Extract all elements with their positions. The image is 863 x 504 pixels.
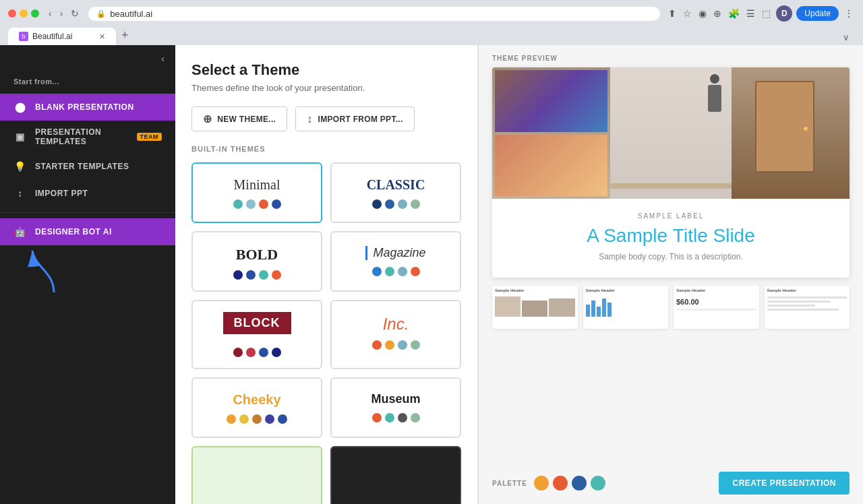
room-right [732, 67, 850, 199]
thumb-header-3: Sample Header [676, 288, 756, 292]
theme-dots-cheeky [227, 414, 287, 424]
dot [385, 340, 394, 350]
user-avatar[interactable]: D [776, 5, 792, 22]
menu-button[interactable]: ☰ [745, 7, 756, 20]
dot [246, 199, 256, 209]
theme-selector-panel: Select a Theme Themes define the look of… [175, 45, 479, 504]
theme-card-nature[interactable] [191, 446, 322, 504]
themes-grid: Minimal CLASSIC [191, 162, 461, 438]
preview-thumb-1[interactable]: Sample Header [492, 286, 578, 329]
thumb-list [767, 296, 847, 311]
palette-dot-3[interactable] [572, 476, 587, 491]
extension1-button[interactable]: ◉ [697, 7, 708, 20]
import-ppt-button[interactable]: ↕ IMPORT FROM PPT... [295, 106, 414, 131]
dot [233, 270, 243, 280]
thumb-images [495, 296, 575, 317]
more-options-button[interactable]: ⋮ [843, 7, 855, 20]
sidebar-item-templates[interactable]: ▣ PRESENTATION TEMPLATES TEAM [0, 121, 175, 153]
address-bar[interactable]: 🔒 beautiful.ai [88, 7, 660, 21]
dot [411, 340, 420, 350]
preview-spacer [479, 337, 863, 462]
theme-card-bold[interactable]: BOLD [191, 231, 322, 292]
update-button[interactable]: Update [796, 6, 839, 21]
collapse-icon: ‹ [161, 53, 165, 64]
close-button[interactable] [8, 9, 16, 18]
built-in-label: BUILT-IN THEMES [191, 145, 461, 153]
theme-card-cheeky[interactable]: Cheeky [191, 377, 322, 438]
back-button[interactable]: ‹ [46, 7, 55, 20]
sidebar-item-blank[interactable]: ⬤ BLANK PRESENTATION [0, 94, 175, 121]
maximize-button[interactable] [31, 9, 39, 18]
create-presentation-button[interactable]: CREATE PRESENTATION [719, 472, 850, 495]
palette-dot-1[interactable] [534, 476, 549, 491]
tab-title: Beautiful.ai [32, 32, 72, 41]
tab-favicon: b [19, 32, 28, 41]
bot-icon: 🤖 [13, 225, 27, 239]
preview-thumb-2[interactable]: Sample Header [583, 286, 669, 329]
dot [372, 413, 382, 422]
preview-thumb-4[interactable]: Sample Header [765, 286, 850, 329]
new-theme-button[interactable]: ⊕ NEW THEME... [191, 106, 287, 131]
new-tab-button[interactable]: + [116, 26, 134, 45]
dot [252, 414, 262, 424]
import-ppt-label: IMPORT FROM PPT... [318, 115, 403, 124]
person-silhouette [705, 74, 725, 121]
bookmark-button[interactable]: ☆ [682, 7, 693, 20]
extension2-button[interactable]: ⊕ [712, 7, 723, 20]
theme-card-museum[interactable]: Museum [330, 377, 461, 438]
palette-label: PALETTE [492, 480, 527, 487]
reload-button[interactable]: ↻ [68, 7, 82, 20]
theme-dots-magazine [372, 267, 420, 276]
theme-name-inc: Inc. [383, 315, 409, 334]
start-from-label: Start from... [0, 72, 175, 94]
thumb-header-1: Sample Header [495, 288, 575, 292]
dot [411, 199, 420, 209]
share-button[interactable]: ⬆ [667, 7, 678, 20]
theme-selector: Select a Theme Themes define the look of… [175, 45, 478, 504]
templates-icon: ▣ [13, 130, 27, 144]
palette-dot-2[interactable] [553, 476, 568, 491]
tab-scroll-button[interactable]: ∨ [837, 30, 855, 45]
arrow-indicator [20, 245, 88, 299]
theme-dots-classic [372, 199, 420, 209]
plus-icon: ⊕ [203, 113, 212, 125]
preview-title: A Sample Title Slide [512, 225, 829, 247]
extension3-button[interactable]: 🧩 [727, 7, 741, 20]
minimize-button[interactable] [20, 9, 28, 18]
forward-button[interactable]: › [57, 7, 66, 20]
sidebar-item-import[interactable]: ↕ IMPORT PPT [0, 180, 175, 207]
dot [278, 414, 287, 424]
theme-card-magazine[interactable]: Magazine [330, 231, 461, 292]
themes-grid-next [191, 446, 461, 504]
traffic-lights [8, 9, 39, 18]
theme-card-dark[interactable] [330, 446, 461, 504]
dot [411, 267, 420, 276]
theme-card-classic[interactable]: CLASSIC [330, 162, 461, 223]
theme-card-minimal[interactable]: Minimal [191, 162, 322, 223]
bar1 [586, 305, 590, 317]
preview-thumb-3[interactable]: Sample Header $60.00 [674, 286, 759, 329]
theme-card-inc[interactable]: Inc. [330, 300, 461, 369]
tab-close-button[interactable]: ✕ [99, 32, 105, 41]
dot [259, 270, 268, 280]
theme-card-block[interactable]: BLOCK [191, 300, 322, 369]
title-highlight: Title Slide [673, 225, 755, 246]
browser-chrome: ‹ › ↻ 🔒 beautiful.ai ⬆ ☆ ◉ ⊕ 🧩 ☰ ⬚ D Upd… [0, 0, 863, 45]
starter-icon: 💡 [13, 160, 27, 173]
sidebar-toggle[interactable]: ⬚ [761, 7, 772, 20]
sidebar-item-starter[interactable]: 💡 STARTER TEMPLATES [0, 153, 175, 180]
preview-label: THEME PREVIEW [479, 45, 863, 67]
sidebar-item-designer-bot[interactable]: 🤖 DESIGNER BOT AI [0, 218, 175, 245]
palette-section: PALETTE [492, 476, 605, 491]
preview-slide-image [492, 67, 850, 199]
blank-icon: ⬤ [13, 100, 27, 114]
palette-dot-4[interactable] [591, 476, 605, 491]
collapse-button[interactable]: ‹ [0, 45, 175, 72]
art2 [495, 135, 607, 197]
active-tab[interactable]: b Beautiful.ai ✕ [8, 28, 116, 45]
dot [246, 270, 256, 280]
list-item-2 [767, 301, 831, 303]
bar4 [602, 298, 606, 317]
url-text: beautiful.ai [110, 9, 152, 19]
thumb-img3 [549, 298, 574, 317]
